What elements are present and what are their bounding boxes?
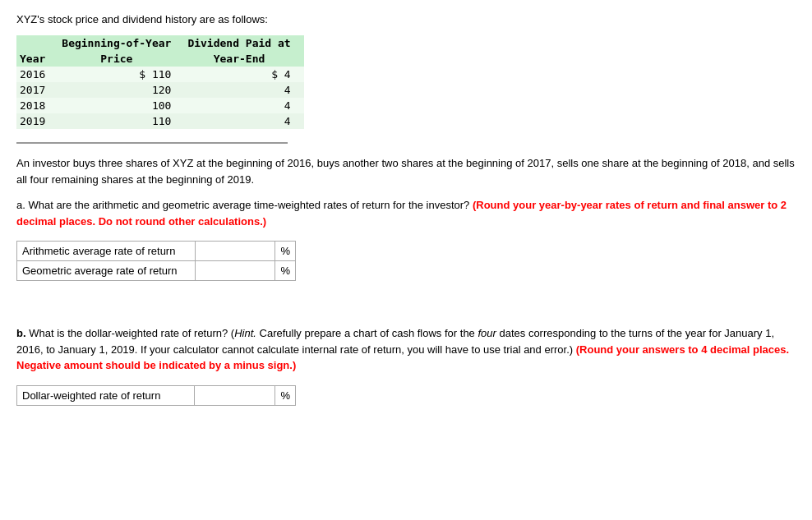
table-rule bbox=[16, 142, 288, 144]
answer-input-cell-a-1 bbox=[195, 261, 275, 281]
dollar-weighted-input-cell bbox=[195, 385, 275, 405]
year-cell: 2019 bbox=[16, 113, 58, 129]
answer-table-b: Dollar-weighted rate of return % bbox=[16, 385, 296, 406]
year-cell: 2017 bbox=[16, 82, 58, 98]
question-b: b. What is the dollar-weighted rate of r… bbox=[16, 325, 796, 374]
table-row: 2017 120 4 bbox=[16, 82, 304, 98]
answer-table-a: Arithmetic average rate of return % Geom… bbox=[16, 241, 296, 281]
year-subheader: Year bbox=[16, 51, 58, 67]
answer-label-a-0: Arithmetic average rate of return bbox=[17, 242, 196, 261]
stock-table: Beginning-of-Year Dividend Paid at Year … bbox=[16, 35, 304, 129]
dollar-weighted-label: Dollar-weighted rate of return bbox=[17, 385, 195, 405]
boy-price-header: Beginning-of-Year bbox=[58, 35, 184, 51]
question-a: a. What are the arithmetic and geometric… bbox=[16, 197, 796, 229]
answer-row-a: Arithmetic average rate of return % bbox=[17, 242, 296, 261]
answer-input-a-1[interactable] bbox=[196, 262, 275, 279]
dividend-header: Dividend Paid at bbox=[184, 35, 303, 51]
dividend-cell: $ 4 bbox=[184, 67, 303, 82]
dollar-weighted-input[interactable] bbox=[195, 387, 275, 404]
yearend-subheader: Year-End bbox=[184, 51, 303, 67]
dividend-cell: 4 bbox=[184, 98, 303, 113]
year-cell: 2018 bbox=[16, 98, 58, 113]
table-row: 2016 $ 110 $ 4 bbox=[16, 67, 304, 82]
table-row: 2019 110 4 bbox=[16, 113, 304, 129]
price-cell: 100 bbox=[58, 98, 184, 113]
dividend-cell: 4 bbox=[184, 113, 303, 129]
answer-unit-a-0: % bbox=[275, 242, 296, 261]
narrative-text: An investor buys three shares of XYZ at … bbox=[16, 155, 796, 187]
hint-italic: Hint. bbox=[234, 327, 256, 339]
dividend-cell: 4 bbox=[184, 82, 303, 98]
answer-unit-a-1: % bbox=[275, 261, 296, 281]
answer-row-a: Geometric average rate of return % bbox=[17, 261, 296, 281]
answer-input-a-0[interactable] bbox=[196, 242, 275, 260]
question-a-prefix: a. What are the arithmetic and geometric… bbox=[16, 199, 469, 211]
year-header bbox=[16, 35, 58, 51]
question-b-bold-label: b. bbox=[16, 327, 26, 339]
price-subheader: Price bbox=[58, 51, 184, 67]
intro-text: XYZ's stock price and dividend history a… bbox=[16, 13, 796, 25]
dollar-weighted-row: Dollar-weighted rate of return % bbox=[17, 385, 296, 405]
four-italic: four bbox=[478, 327, 496, 339]
price-cell: 120 bbox=[58, 82, 184, 98]
price-cell: $ 110 bbox=[58, 67, 184, 82]
dollar-weighted-unit: % bbox=[275, 385, 296, 405]
answer-label-a-1: Geometric average rate of return bbox=[17, 261, 196, 281]
answer-input-cell-a-0 bbox=[195, 242, 275, 261]
price-cell: 110 bbox=[58, 113, 184, 129]
table-row: 2018 100 4 bbox=[16, 98, 304, 113]
year-cell: 2016 bbox=[16, 67, 58, 82]
